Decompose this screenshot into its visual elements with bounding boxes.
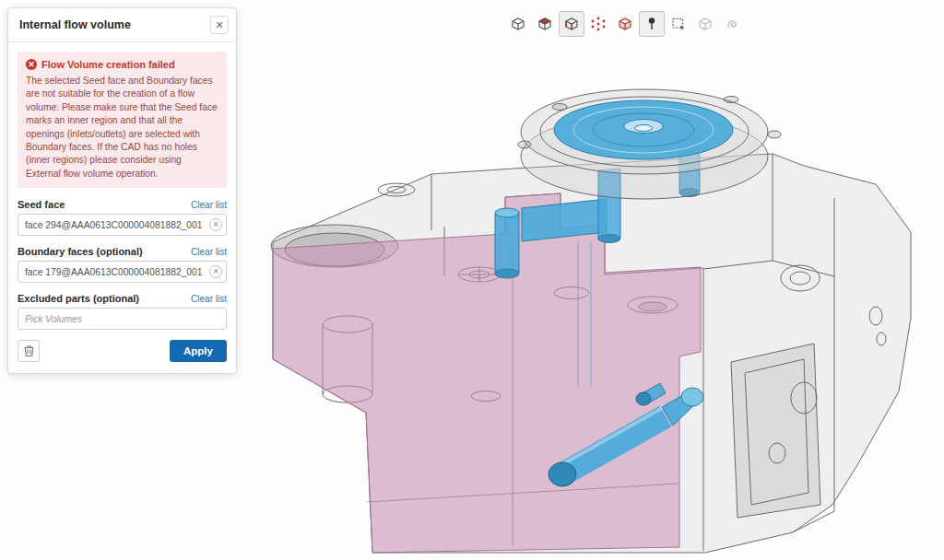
seed-face-label: Seed face <box>18 199 65 210</box>
trash-icon <box>23 344 35 357</box>
dialog-title: Internal flow volume <box>19 18 131 31</box>
excluded-parts-input-wrap <box>18 308 227 330</box>
select-volumes-icon[interactable] <box>505 11 531 37</box>
excluded-parts-label: Excluded parts (optional) <box>18 293 139 304</box>
error-title: Flow Volume creation failed <box>41 59 175 70</box>
excluded-parts-clear-link[interactable]: Clear list <box>191 294 227 304</box>
boundary-faces-input[interactable] <box>18 261 227 283</box>
error-body-text: The selected Seed face and Boundary face… <box>26 75 218 181</box>
dialog-header: Internal flow volume ✕ <box>8 8 236 42</box>
box-select-icon[interactable] <box>666 11 691 37</box>
excluded-parts-row: Excluded parts (optional) Clear list <box>18 293 227 304</box>
select-vertices-icon[interactable] <box>585 11 611 37</box>
delete-button[interactable] <box>18 340 40 362</box>
seed-face-input-wrap: ✕ <box>18 214 227 236</box>
boundary-faces-label: Boundary faces (optional) <box>18 246 143 257</box>
flow-volume-disc[interactable] <box>554 100 733 159</box>
error-message-box: ✕ Flow Volume creation failed The select… <box>18 52 227 188</box>
dialog-body: ✕ Flow Volume creation failed The select… <box>8 42 236 373</box>
viewport-toolbar <box>505 11 745 37</box>
boundary-faces-input-wrap: ✕ <box>18 261 227 283</box>
boundary-faces-row: Boundary faces (optional) Clear list <box>18 246 227 257</box>
app-root: Internal flow volume ✕ ✕ Flow Volume cre… <box>0 0 944 560</box>
probe-point-icon[interactable] <box>639 11 665 37</box>
measure-icon[interactable] <box>719 11 745 37</box>
apply-button[interactable]: Apply <box>170 340 227 362</box>
error-title-row: ✕ Flow Volume creation failed <box>26 59 218 70</box>
seed-face-row: Seed face Clear list <box>18 199 227 210</box>
hide-selection-icon[interactable] <box>692 11 718 37</box>
excluded-parts-input[interactable] <box>18 308 227 330</box>
dialog-footer: Apply <box>18 340 227 362</box>
seed-face-clear-link[interactable]: Clear list <box>191 200 227 210</box>
boundary-faces-clear-link[interactable]: Clear list <box>191 247 227 257</box>
internal-flow-volume-dialog: Internal flow volume ✕ ✕ Flow Volume cre… <box>7 7 237 374</box>
close-icon[interactable]: ✕ <box>210 16 229 34</box>
error-icon: ✕ <box>26 59 37 70</box>
select-bodies-icon[interactable] <box>612 11 638 37</box>
seed-face-input[interactable] <box>18 214 227 236</box>
select-faces-icon[interactable] <box>532 11 558 37</box>
select-edges-icon[interactable] <box>559 11 584 37</box>
